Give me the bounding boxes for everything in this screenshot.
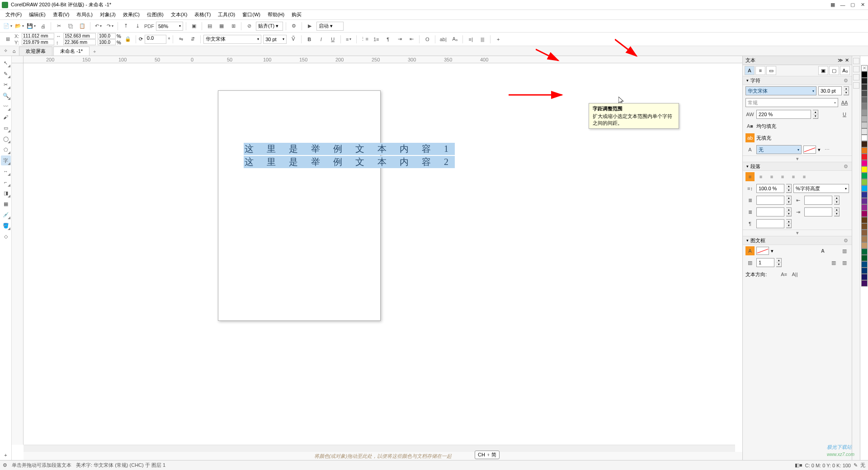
crop-tool[interactable]: ✂ <box>1 80 11 89</box>
toolbox-add-button[interactable]: + <box>1 450 11 460</box>
color-swatch[interactable] <box>861 128 868 135</box>
para-settings-icon[interactable]: ⚙ <box>844 164 848 169</box>
redo-button[interactable]: ↷ <box>105 21 115 31</box>
color-swatch[interactable] <box>861 166 868 173</box>
text-direction-h-button[interactable]: ≡| <box>466 34 476 44</box>
columns-input[interactable]: 1 <box>756 258 774 267</box>
number-list-button[interactable]: 1≡ <box>371 34 381 44</box>
rotation-input[interactable]: 0.0 <box>145 35 166 44</box>
document-tab[interactable]: 未命名 -1* <box>53 47 90 56</box>
menu-table[interactable]: 表格(T) <box>191 10 214 19</box>
color-swatch[interactable] <box>861 84 868 90</box>
side-tab-3[interactable] <box>853 74 859 80</box>
paste-button[interactable]: 📋 <box>77 21 87 31</box>
docker-font-size-input[interactable]: 30.0 pt <box>818 86 842 95</box>
align-left-button[interactable]: ≡ <box>756 172 765 181</box>
x-position-input[interactable]: 111.012 mm <box>22 33 54 39</box>
more-outline-button[interactable]: ⋯ <box>822 145 831 154</box>
font-size-spinner[interactable]: ▴▾ <box>844 86 849 95</box>
color-swatch[interactable] <box>861 71 868 78</box>
docker-close-icon[interactable]: ✕ <box>845 57 849 63</box>
drop-shadow-tool[interactable]: ◨ <box>1 188 11 198</box>
color-swatch[interactable] <box>861 173 868 179</box>
minimize-button[interactable]: — <box>839 1 846 9</box>
underline-button[interactable]: U <box>328 34 338 44</box>
first-line-input[interactable] <box>756 219 784 228</box>
rectangle-tool[interactable]: ▭ <box>1 123 11 133</box>
kerning-spinner[interactable]: ▴▾ <box>813 110 818 119</box>
connector-tool[interactable]: ⌐ <box>1 177 11 187</box>
print-button[interactable]: 🖨 <box>38 21 48 31</box>
color-swatch[interactable] <box>861 242 868 249</box>
polygon-tool[interactable]: ⬠ <box>1 145 11 155</box>
side-tab-4[interactable] <box>853 82 859 89</box>
bold-button[interactable]: B <box>304 34 314 44</box>
transparency-tool[interactable]: ▦ <box>1 199 11 209</box>
lock-ratio-button[interactable]: 🔒 <box>123 34 133 44</box>
paragraph-tab[interactable]: ≡ <box>755 66 765 75</box>
menu-window[interactable]: 窗口(W) <box>239 10 264 19</box>
char-settings-icon[interactable]: ⚙ <box>844 78 848 84</box>
color-swatch[interactable] <box>861 217 868 223</box>
mirror-v-button[interactable]: ⇵ <box>188 34 198 44</box>
outline-pen-icon[interactable]: ✎ <box>854 462 858 468</box>
color-swatch[interactable] <box>861 179 868 185</box>
color-swatch[interactable] <box>861 154 868 160</box>
color-swatch[interactable] <box>861 90 868 97</box>
color-swatch[interactable] <box>861 211 868 217</box>
color-swatch[interactable] <box>861 230 868 236</box>
open-button[interactable]: 📂 <box>14 21 24 31</box>
after-para-input[interactable] <box>756 207 784 216</box>
docker-opt1-icon[interactable]: ▣ <box>818 66 828 75</box>
color-swatch[interactable] <box>861 204 868 211</box>
color-swatch[interactable] <box>861 116 868 122</box>
font-family-select[interactable]: 华文宋体 <box>203 35 261 44</box>
menu-bitmap[interactable]: 位图(B) <box>143 10 167 19</box>
color-swatch[interactable] <box>861 78 868 84</box>
left-indent-input[interactable] <box>804 196 832 205</box>
zoom-level-select[interactable]: 58% <box>156 22 183 31</box>
shape-tool[interactable]: ✎ <box>1 69 11 79</box>
menu-buy[interactable]: 购买 <box>288 10 305 19</box>
fullscreen-preview-button[interactable]: ▣ <box>189 21 199 31</box>
bullet-list-button[interactable]: ⋮≡ <box>359 34 369 44</box>
docker-font-select[interactable]: 华文宋体 <box>745 86 816 95</box>
underline-button-docker[interactable]: U <box>840 110 849 119</box>
no-color-swatch[interactable] <box>861 65 868 71</box>
docker-opt2-icon[interactable]: ▢ <box>829 66 839 75</box>
para-expand[interactable]: ▾ <box>743 230 852 236</box>
color-swatch[interactable] <box>861 103 868 109</box>
dropcap-button[interactable]: ¶ <box>383 34 393 44</box>
menu-edit[interactable]: 编辑(E) <box>25 10 49 19</box>
add-button[interactable]: + <box>493 34 503 44</box>
outline-width-select[interactable]: 无 <box>756 145 802 154</box>
color-swatch[interactable] <box>861 255 868 261</box>
outline-color-swatch[interactable] <box>803 146 816 154</box>
color-swatch[interactable] <box>861 141 868 147</box>
bg-fill-icon[interactable]: ab <box>745 133 755 142</box>
cut-button[interactable]: ✂ <box>54 21 64 31</box>
color-swatch[interactable] <box>861 109 868 116</box>
options-button[interactable]: ⚙ <box>289 21 299 31</box>
align-force-button[interactable]: ≡ <box>800 172 809 181</box>
horizontal-ruler[interactable]: 200 150 100 50 0 50 100 150 200 250 300 … <box>24 56 742 63</box>
kerning-input[interactable]: 220 % <box>756 110 811 119</box>
docker-opt3-icon[interactable]: A₀ <box>840 66 850 75</box>
horizontal-scrollbar[interactable] <box>24 445 735 452</box>
section-paragraph[interactable]: 段落 <box>750 163 760 170</box>
home-tab-icon[interactable]: ⌂ <box>9 47 19 56</box>
outline-tool[interactable]: ◇ <box>1 231 11 241</box>
align-right-button[interactable]: ≡ <box>778 172 787 181</box>
show-guides-button[interactable]: ⊞ <box>228 21 238 31</box>
italic-button[interactable]: I <box>316 34 326 44</box>
align-none-button[interactable]: ≡ <box>745 172 755 181</box>
status-gear-icon[interactable]: ⚙ <box>3 462 7 468</box>
text-line-1[interactable]: 这 里 是 举 例 文 本 内 容 1 <box>244 143 455 155</box>
color-swatch[interactable] <box>861 249 868 255</box>
all-caps-button[interactable]: AA <box>840 98 849 107</box>
line-spacing-input[interactable]: 100.0 % <box>756 184 784 193</box>
menu-text[interactable]: 文本(X) <box>167 10 191 19</box>
line-spacing-spinner[interactable]: ▴▾ <box>786 184 792 193</box>
menu-file[interactable]: 文件(F) <box>2 10 25 19</box>
col-options-icon[interactable]: ▥ <box>829 258 838 267</box>
